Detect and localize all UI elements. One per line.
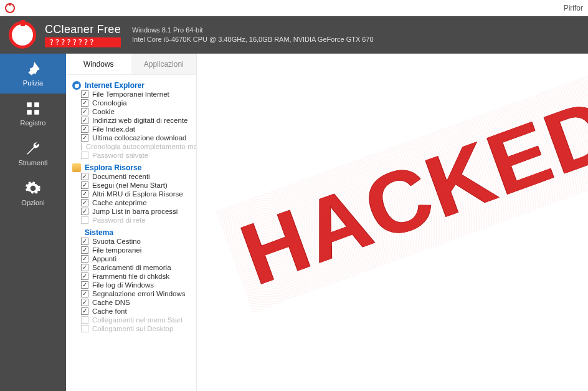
list-item[interactable]: ✓Frammenti file di chkdsk	[72, 272, 196, 281]
sys-info-hw: Intel Core i5-4670K CPU @ 3.40GHz, 16,0G…	[132, 35, 374, 44]
checkbox[interactable]: ✓	[81, 90, 88, 98]
tab-windows[interactable]: Windows	[66, 54, 131, 74]
list-item[interactable]: ✓Scaricamenti di memoria	[72, 263, 196, 272]
svg-rect-3	[34, 110, 39, 115]
sidebar-item-label: Opzioni	[21, 199, 44, 206]
version-badge: ????????	[45, 37, 121, 47]
list-item-label: Documenti recenti	[92, 173, 150, 180]
checkbox[interactable]: ✓	[81, 255, 88, 263]
grid-icon	[25, 100, 41, 117]
section-ie: Internet Explorer ✓File Temporanei Inter…	[72, 81, 196, 160]
checkbox[interactable]: ✓	[81, 273, 88, 280]
list-item-label: Cronologia	[92, 99, 127, 107]
list-item[interactable]: ✓File log di Windows	[72, 281, 196, 289]
checkbox[interactable]: ✓	[81, 199, 88, 206]
app-title: CCleaner Free	[45, 23, 121, 36]
hacked-stamp-overlay: HACKED	[229, 77, 588, 305]
list-item-label: Cookie	[92, 108, 115, 115]
sidebar-item-opzioni[interactable]: Opzioni	[0, 173, 66, 213]
tab-applicazioni[interactable]: Applicazioni	[131, 54, 197, 74]
list-item[interactable]: Collegamenti nel menu Start	[72, 316, 196, 324]
brand-label: Pirifor	[564, 4, 583, 12]
list-item-label: Esegui (nel Menu Start)	[92, 181, 168, 189]
checkbox[interactable]: ✓	[81, 134, 88, 142]
checkbox[interactable]: ✓	[81, 307, 88, 315]
list-item-label: Indirizzi web digitati di recente	[92, 117, 187, 124]
checkbox[interactable]: ✓	[81, 117, 88, 124]
section-title: Esplora Risorse	[85, 163, 141, 172]
list-item[interactable]: ✓Jump List in barra processi	[72, 207, 196, 216]
list-item[interactable]: ✓Cache anteprime	[72, 198, 196, 207]
section-sistema: Sistema ✓Svuota Cestino✓File temporanei✓…	[72, 228, 196, 333]
tabs: Windows Applicazioni	[66, 54, 196, 75]
checkbox[interactable]: ✓	[81, 299, 88, 306]
ccleaner-small-icon	[5, 3, 15, 13]
ccleaner-logo-icon	[9, 21, 36, 49]
checkbox[interactable]	[81, 216, 88, 224]
checkbox[interactable]: ✓	[81, 246, 88, 254]
list-item-label: Password salvate	[92, 152, 148, 159]
checkbox[interactable]: ✓	[81, 264, 88, 271]
sys-info-os: Windows 8.1 Pro 64-bit	[132, 26, 374, 35]
checkbox[interactable]	[81, 325, 88, 332]
list-item-label: File log di Windows	[92, 281, 154, 289]
list-item[interactable]: ✓Svuota Cestino	[72, 237, 196, 246]
list-item-label: File Index.dat	[92, 125, 135, 133]
svg-rect-2	[27, 110, 32, 115]
content: Windows Applicazioni Internet Explorer ✓…	[66, 54, 588, 391]
list-item[interactable]: ✓File temporanei	[72, 246, 196, 254]
sidebar-item-pulizia[interactable]: Pulizia	[0, 54, 66, 94]
list-item[interactable]: ✓Cache DNS	[72, 298, 196, 307]
checkbox[interactable]: ✓	[81, 108, 88, 115]
checkbox[interactable]: ✓	[81, 290, 88, 297]
list-item-label: File temporanei	[92, 246, 141, 254]
checkbox[interactable]: ✓	[81, 208, 88, 215]
list-item[interactable]: Password di rete	[72, 216, 196, 224]
list-item-label: File Temporanei Internet	[92, 90, 169, 98]
list-item[interactable]: ✓Segnalazione errori Windows	[72, 289, 196, 298]
checkbox[interactable]: ✓	[81, 181, 88, 189]
list-item[interactable]: ✓Cache font	[72, 307, 196, 316]
list-item[interactable]: ✓Appunti	[72, 254, 196, 263]
checkbox[interactable]	[81, 143, 82, 150]
sidebar-item-label: Strumenti	[18, 159, 47, 167]
list-item[interactable]: Collegamenti sul Desktop	[72, 324, 196, 333]
broom-icon	[25, 60, 41, 77]
section-title: Internet Explorer	[85, 81, 145, 90]
checkbox[interactable]: ✓	[81, 99, 88, 107]
windows-icon	[72, 228, 81, 237]
checkbox[interactable]	[81, 152, 88, 159]
sidebar-item-strumenti[interactable]: Strumenti	[0, 133, 66, 173]
folder-icon	[72, 163, 81, 172]
section-explorer: Esplora Risorse ✓Documenti recenti✓Esegu…	[72, 163, 196, 224]
checkbox[interactable]: ✓	[81, 238, 88, 245]
checkbox[interactable]: ✓	[81, 281, 88, 289]
list-item[interactable]: ✓Esegui (nel Menu Start)	[72, 181, 196, 190]
checkbox[interactable]: ✓	[81, 125, 88, 133]
list-item[interactable]: ✓File Temporanei Internet	[72, 90, 196, 99]
checkbox[interactable]: ✓	[81, 173, 88, 180]
list-item[interactable]: ✓Altri MRU di Esplora Risorse	[72, 190, 196, 198]
list-item-label: Collegamenti sul Desktop	[92, 325, 173, 332]
list-item[interactable]: Password salvate	[72, 151, 196, 160]
cleaning-list-panel: Windows Applicazioni Internet Explorer ✓…	[66, 54, 197, 391]
list-item-label: Frammenti file di chkdsk	[92, 273, 169, 280]
checkbox[interactable]	[81, 316, 88, 324]
list-item[interactable]: ✓Cronologia	[72, 99, 196, 107]
list-item[interactable]: Cronologia autocompletamento mo	[72, 142, 196, 151]
cleaning-list-scroll[interactable]: Internet Explorer ✓File Temporanei Inter…	[66, 75, 196, 391]
titlebar: Pirifor	[0, 0, 588, 16]
list-item[interactable]: ✓Indirizzi web digitati di recente	[72, 116, 196, 125]
list-item[interactable]: ✓Ultima collocazione download	[72, 133, 196, 142]
svg-rect-1	[34, 102, 39, 107]
sidebar-item-registro[interactable]: Registro	[0, 94, 66, 133]
list-item[interactable]: ✓File Index.dat	[72, 125, 196, 133]
checkbox[interactable]: ✓	[81, 190, 88, 198]
wrench-icon	[25, 140, 41, 157]
list-item-label: Altri MRU di Esplora Risorse	[92, 190, 183, 198]
list-item[interactable]: ✓Cookie	[72, 107, 196, 116]
list-item-label: Cache font	[92, 307, 127, 315]
app-header: CCleaner Free ???????? Windows 8.1 Pro 6…	[0, 16, 588, 54]
list-item[interactable]: ✓Documenti recenti	[72, 172, 196, 181]
ie-icon	[72, 81, 81, 90]
